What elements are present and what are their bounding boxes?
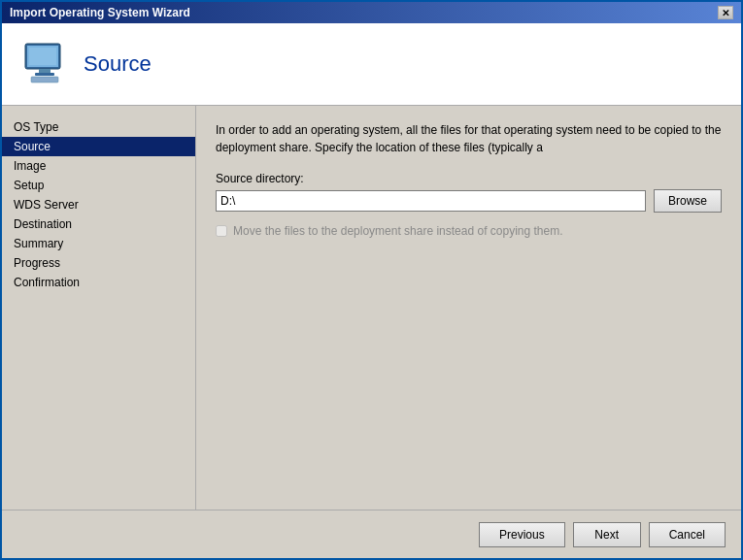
svg-rect-5 <box>31 77 58 82</box>
sidebar-item-source[interactable]: Source <box>2 137 195 156</box>
svg-rect-4 <box>29 48 56 65</box>
description-text: In order to add an operating system, all… <box>216 121 722 156</box>
source-directory-label: Source directory: <box>216 172 722 185</box>
svg-rect-2 <box>39 69 51 73</box>
sidebar-item-summary[interactable]: Summary <box>2 234 195 253</box>
title-bar: Import Operating System Wizard ✕ <box>2 2 741 23</box>
move-files-checkbox[interactable] <box>216 225 227 237</box>
sidebar-item-confirmation[interactable]: Confirmation <box>2 273 195 292</box>
move-files-row: Move the files to the deployment share i… <box>216 224 722 238</box>
main-content: In order to add an operating system, all… <box>196 106 741 510</box>
wizard-window: Import Operating System Wizard ✕ Source … <box>0 0 743 560</box>
sidebar: OS Type Source Image Setup WDS Server De… <box>2 106 196 510</box>
cancel-button[interactable]: Cancel <box>649 522 726 547</box>
window-title: Import Operating System Wizard <box>10 6 190 19</box>
next-button[interactable]: Next <box>573 522 641 547</box>
svg-rect-3 <box>35 73 54 76</box>
page-title: Source <box>84 51 152 77</box>
content-area: OS Type Source Image Setup WDS Server De… <box>2 106 741 510</box>
sidebar-item-os-type[interactable]: OS Type <box>2 117 195 137</box>
header-area: Source <box>2 23 741 106</box>
move-files-label: Move the files to the deployment share i… <box>233 224 563 238</box>
previous-button[interactable]: Previous <box>479 522 565 547</box>
sidebar-item-progress[interactable]: Progress <box>2 253 195 273</box>
close-button[interactable]: ✕ <box>718 6 733 19</box>
sidebar-item-setup[interactable]: Setup <box>2 176 195 195</box>
sidebar-item-image[interactable]: Image <box>2 156 195 176</box>
sidebar-item-destination[interactable]: Destination <box>2 214 195 234</box>
browse-button[interactable]: Browse <box>654 189 722 213</box>
sidebar-item-wds-server[interactable]: WDS Server <box>2 195 195 214</box>
source-directory-input[interactable] <box>216 190 646 212</box>
footer: Previous Next Cancel <box>2 510 741 558</box>
computer-icon <box>21 40 68 89</box>
source-directory-row: Browse <box>216 189 722 213</box>
